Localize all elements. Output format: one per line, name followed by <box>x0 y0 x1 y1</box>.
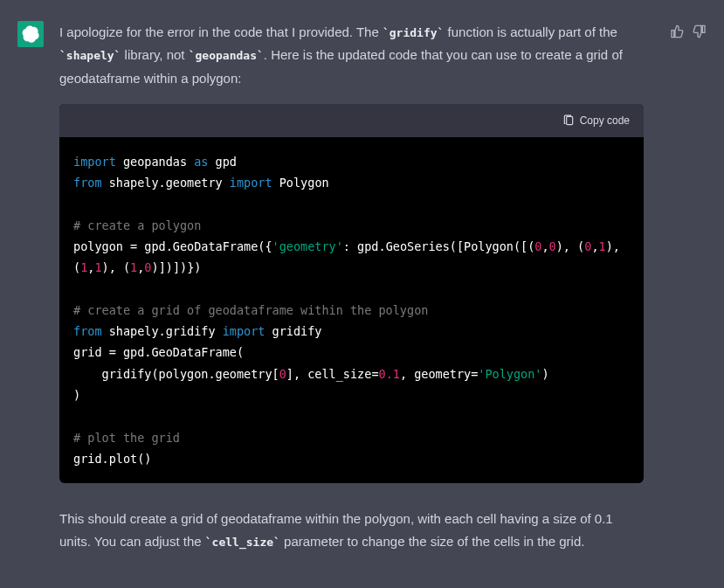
assistant-message: I apologize for the error in the code th… <box>0 0 724 575</box>
code-content: import geopandas as gpd from shapely.geo… <box>59 137 644 483</box>
inline-code-shapely: `shapely` <box>59 49 121 62</box>
response-paragraph-1: I apologize for the error in the code th… <box>59 21 644 90</box>
feedback-actions <box>670 24 707 554</box>
inline-code-cellsize: `cell_size` <box>205 536 280 549</box>
clipboard-icon <box>562 114 575 127</box>
thumbs-down-icon[interactable] <box>693 24 707 38</box>
openai-logo-icon <box>22 25 39 43</box>
assistant-avatar <box>17 21 44 47</box>
copy-code-button[interactable]: Copy code <box>562 114 630 127</box>
response-paragraph-2: This should create a grid of geodatafram… <box>59 508 644 554</box>
svg-rect-0 <box>566 116 572 124</box>
message-content: I apologize for the error in the code th… <box>59 21 644 554</box>
inline-code-geopandas: `geopandas` <box>189 49 264 62</box>
code-block-header: Copy code <box>59 104 644 137</box>
code-block: Copy code import geopandas as gpd from s… <box>59 104 644 483</box>
inline-code-gridify: `gridify` <box>383 26 444 39</box>
thumbs-up-icon[interactable] <box>670 24 684 38</box>
copy-code-label: Copy code <box>580 114 630 127</box>
